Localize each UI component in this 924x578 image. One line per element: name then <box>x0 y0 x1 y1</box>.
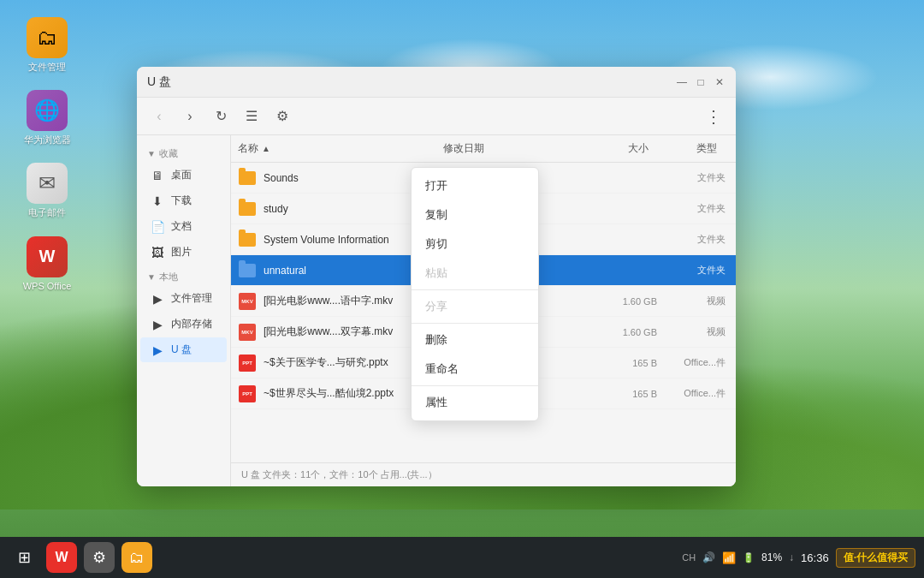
browser-label: 华为浏览器 <box>24 134 71 146</box>
desktop-icons: 🗂 文件管理 🌐 华为浏览器 ✉ 电子邮件 W WPS Office <box>17 17 77 292</box>
taskbar-left: ⊞ W ⚙ 🗂 <box>9 542 152 573</box>
wps-label: WPS Office <box>23 281 72 292</box>
file-size-mkv2: 1.60 GB <box>589 327 657 337</box>
sidebar-item-downloads[interactable]: ⬇ 下载 <box>140 188 227 213</box>
sidebar-item-internal[interactable]: ▶ 内部存储 <box>140 312 227 337</box>
mkv-icon-2: MKV <box>238 323 257 342</box>
more-menu-button[interactable]: ⋮ <box>702 104 726 128</box>
folder-icon-unnatural <box>238 261 257 280</box>
ppt-icon-1: PPT <box>238 354 257 372</box>
desktop-icon-wps[interactable]: W WPS Office <box>17 236 77 292</box>
documents-sidebar-label: 文档 <box>171 219 192 234</box>
files-icon: 🗂 <box>27 17 68 58</box>
file-size-pptx2: 165 B <box>589 389 657 399</box>
context-menu-share: 分享 <box>412 292 538 321</box>
context-menu-copy[interactable]: 复制 <box>412 200 538 229</box>
file-type-sounds: 文件夹 <box>657 171 726 184</box>
sidebar-item-pictures[interactable]: 🖼 图片 <box>140 240 227 265</box>
taskbar-brand[interactable]: 值·什么值得买 <box>836 548 915 568</box>
file-type-study: 文件夹 <box>657 202 726 215</box>
taskbar-time: 16:36 <box>801 551 829 564</box>
toolbar: ‹ › ↻ ☰ ⚙ ⋮ <box>137 98 736 135</box>
internal-sidebar-icon: ▶ <box>151 318 164 331</box>
column-name-header[interactable]: 名称 ▲ <box>238 141 443 156</box>
window-controls: — □ ✕ <box>676 76 726 88</box>
taskbar-volume-icon[interactable]: 🔊 <box>702 551 715 563</box>
file-size-mkv1: 1.60 GB <box>589 296 657 307</box>
taskbar-right: CH 🔊 📶 🔋 81% ↓ 16:36 值·什么值得买 <box>682 548 915 568</box>
close-button[interactable]: ✕ <box>714 76 726 88</box>
taskbar-wps-button[interactable]: W <box>46 542 77 573</box>
title-bar: U 盘 — □ ✕ <box>137 67 736 98</box>
wps-icon: W <box>27 236 68 277</box>
desktop-icon-files[interactable]: 🗂 文件管理 <box>17 17 77 73</box>
internal-sidebar-label: 内部存储 <box>171 317 212 331</box>
context-menu-properties[interactable]: 属性 <box>412 388 538 417</box>
sidebar-item-file-manager[interactable]: ▶ 文件管理 <box>140 286 227 311</box>
file-type-pptx1: Office...件 <box>657 356 726 369</box>
folder-icon-study <box>238 200 257 218</box>
usb-sidebar-label: U 盘 <box>171 343 192 357</box>
files-label: 文件管理 <box>28 62 66 73</box>
mkv-icon-1: MKV <box>238 292 257 311</box>
maximize-button[interactable]: □ <box>695 76 707 88</box>
context-menu-rename[interactable]: 重命名 <box>412 355 538 384</box>
taskbar-download-icon: ↓ <box>789 551 794 563</box>
local-label: 本地 <box>159 271 178 283</box>
context-menu-divider-1 <box>412 289 538 290</box>
file-type-pptx2: Office...件 <box>657 387 726 400</box>
downloads-sidebar-label: 下载 <box>171 194 192 208</box>
file-size-pptx1: 165 B <box>589 358 657 368</box>
mail-label: 电子邮件 <box>28 207 66 218</box>
sidebar-item-documents[interactable]: 📄 文档 <box>140 214 227 239</box>
favorites-section-header: ▼ 收藏 <box>137 142 230 162</box>
downloads-sidebar-icon: ⬇ <box>151 194 164 208</box>
local-section-header: ▼ 本地 <box>137 265 230 285</box>
context-menu-open[interactable]: 打开 <box>412 171 538 200</box>
context-menu: 打开 复制 剪切 粘贴 分享 删除 重命名 属性 <box>411 167 539 421</box>
file-type-mkv2: 视频 <box>657 325 726 338</box>
status-text: U 盘 文件夹：11个，文件：10个 占用...(共...） <box>241 468 437 481</box>
desktop-icon-mail[interactable]: ✉ 电子邮件 <box>17 163 77 218</box>
taskbar-wifi-icon: 📶 <box>722 551 736 564</box>
window-title: U 盘 <box>147 74 676 90</box>
taskbar-files-button[interactable]: 🗂 <box>121 542 152 573</box>
list-view-button[interactable]: ☰ <box>240 104 264 128</box>
taskbar-grid-button[interactable]: ⊞ <box>9 542 39 573</box>
desktop-icon-browser[interactable]: 🌐 华为浏览器 <box>17 90 77 146</box>
column-size-header[interactable]: 大小 <box>580 141 649 156</box>
pictures-sidebar-label: 图片 <box>171 245 192 259</box>
pictures-sidebar-icon: 🖼 <box>151 246 164 259</box>
desktop-sidebar-icon: 🖥 <box>151 169 164 182</box>
sidebar-item-usb[interactable]: ▶ U 盘 <box>140 337 227 362</box>
sidebar-item-desktop[interactable]: 🖥 桌面 <box>140 163 227 188</box>
file-type-unnatural: 文件夹 <box>657 264 726 277</box>
minimize-button[interactable]: — <box>676 76 688 88</box>
taskbar-settings-button[interactable]: ⚙ <box>84 542 115 573</box>
usb-sidebar-icon: ▶ <box>151 343 164 357</box>
forward-button[interactable]: › <box>178 104 202 128</box>
desktop-sidebar-label: 桌面 <box>171 168 192 182</box>
documents-sidebar-icon: 📄 <box>151 220 164 234</box>
column-type-header[interactable]: 类型 <box>649 141 717 156</box>
file-type-mkv1: 视频 <box>657 295 726 307</box>
taskbar-keyboard-indicator: CH <box>682 552 696 563</box>
refresh-button[interactable]: ↻ <box>209 104 233 128</box>
file-manager-sidebar-icon: ▶ <box>151 292 164 306</box>
context-menu-delete[interactable]: 删除 <box>412 325 538 355</box>
file-manager-sidebar-label: 文件管理 <box>171 291 212 306</box>
back-button[interactable]: ‹ <box>147 104 171 128</box>
settings-button[interactable]: ⚙ <box>270 104 294 128</box>
context-menu-cut[interactable]: 剪切 <box>412 229 538 259</box>
context-menu-paste: 粘贴 <box>412 259 538 288</box>
taskbar: ⊞ W ⚙ 🗂 CH 🔊 📶 🔋 81% ↓ 16:36 值·什么值得买 <box>0 537 924 578</box>
favorites-arrow: ▼ <box>147 149 156 158</box>
context-menu-divider-3 <box>412 385 538 386</box>
sidebar: ▼ 收藏 🖥 桌面 ⬇ 下载 📄 文档 🖼 图片 <box>137 135 231 486</box>
column-date-header[interactable]: 修改日期 <box>443 141 580 156</box>
file-type-svi: 文件夹 <box>657 233 726 246</box>
local-arrow: ▼ <box>147 272 156 282</box>
mail-icon: ✉ <box>27 163 68 204</box>
folder-icon-svi <box>238 230 257 249</box>
desktop: 🗂 文件管理 🌐 华为浏览器 ✉ 电子邮件 W WPS Office U 盘 —… <box>0 0 924 578</box>
